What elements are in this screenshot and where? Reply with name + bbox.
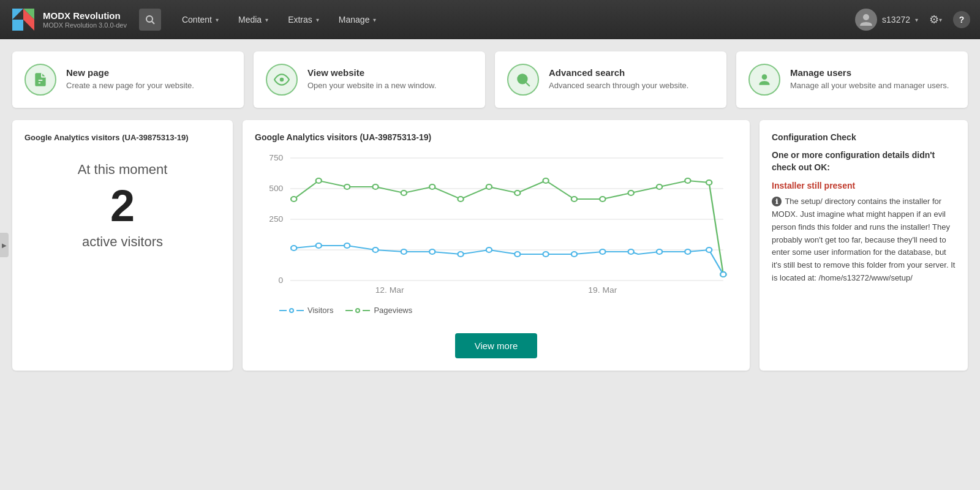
svg-point-56: [685, 249, 690, 254]
svg-point-10: [280, 78, 284, 82]
svg-point-48: [458, 252, 463, 257]
installer-alert: Installer still present: [772, 181, 956, 190]
user-arrow-icon: ▾: [915, 17, 918, 23]
svg-point-39: [685, 178, 690, 183]
active-visitors-label: active visitors: [24, 234, 221, 250]
svg-point-11: [518, 74, 527, 83]
svg-point-31: [458, 197, 463, 202]
action-advanced-search[interactable]: Advanced search Advanced search through …: [495, 51, 726, 108]
media-arrow-icon: ▾: [265, 17, 268, 23]
app-name: MODX Revolution: [43, 10, 127, 21]
content-arrow-icon: ▾: [216, 17, 219, 23]
svg-point-34: [543, 178, 548, 183]
svg-point-43: [316, 243, 322, 248]
sidebar-collapse-button[interactable]: ▶: [0, 233, 9, 257]
svg-point-45: [372, 247, 378, 252]
svg-text:19. Mar: 19. Mar: [588, 286, 617, 295]
view-website-text: View website Open your website in a new …: [307, 67, 436, 91]
config-check-panel: Configuration Check One or more configur…: [760, 120, 968, 371]
manage-users-title: Manage users: [790, 67, 949, 78]
avatar: [855, 9, 877, 31]
view-website-title: View website: [307, 67, 436, 78]
chart-legend: Visitors Pageviews: [255, 306, 737, 315]
svg-point-38: [657, 184, 662, 189]
nav-content[interactable]: Content ▾: [173, 10, 227, 29]
view-website-icon-wrap: [266, 64, 298, 96]
view-more-button[interactable]: View more: [455, 333, 538, 358]
visitors-legend: Visitors: [279, 306, 333, 315]
svg-point-35: [571, 197, 577, 202]
header-right: s13272 ▾ ⚙ ▾ ?: [855, 9, 970, 31]
help-button[interactable]: ?: [953, 11, 970, 28]
search-icon: [145, 15, 155, 24]
manage-users-text: Manage users Manage all your website and…: [790, 67, 949, 91]
svg-point-7: [863, 14, 869, 20]
pageviews-legend: Pageviews: [345, 306, 412, 315]
nav-media[interactable]: Media ▾: [230, 10, 277, 29]
svg-point-44: [344, 243, 350, 248]
analytics-svg: 750 500 250 0 12. Mar 19. Mar: [255, 152, 737, 299]
svg-point-55: [657, 249, 662, 254]
svg-point-27: [344, 184, 350, 189]
svg-point-57: [706, 247, 712, 252]
svg-point-50: [514, 252, 520, 257]
svg-point-46: [401, 249, 407, 254]
new-page-icon-wrap: [24, 64, 56, 96]
user-icon: [756, 72, 772, 88]
analytics-small-panel: Google Analytics visitors (UA-39875313-1…: [12, 120, 233, 371]
advanced-search-desc: Advanced search through your website.: [549, 80, 688, 91]
bottom-section: Google Analytics visitors (UA-39875313-1…: [12, 120, 968, 371]
svg-text:500: 500: [269, 184, 283, 193]
analytics-chart-panel: Google Analytics visitors (UA-39875313-1…: [243, 120, 750, 371]
manage-arrow-icon: ▾: [373, 17, 376, 23]
eye-icon: [274, 72, 290, 88]
advanced-search-icon-wrap: [507, 64, 539, 96]
nav-extras[interactable]: Extras ▾: [279, 10, 328, 29]
pageviews-legend-label: Pageviews: [374, 306, 412, 315]
new-page-desc: Create a new page for your website.: [66, 80, 194, 91]
action-manage-users[interactable]: Manage users Manage all your website and…: [736, 51, 968, 108]
user-menu[interactable]: s13272 ▾: [855, 9, 918, 31]
svg-point-54: [628, 249, 634, 254]
manage-users-icon-wrap: [748, 64, 780, 96]
svg-text:250: 250: [269, 215, 283, 224]
modx-logo-icon: [10, 6, 37, 33]
main-header: MODX Revolution MODX Revolution 3.0.0-de…: [0, 0, 980, 39]
svg-point-47: [429, 249, 435, 254]
svg-point-37: [628, 190, 634, 195]
logo-area: MODX Revolution MODX Revolution 3.0.0-de…: [10, 6, 127, 33]
svg-point-42: [291, 246, 296, 251]
svg-point-58: [720, 272, 726, 277]
svg-point-53: [600, 249, 605, 254]
svg-text:12. Mar: 12. Mar: [375, 286, 405, 295]
svg-point-26: [316, 178, 322, 183]
info-icon: ℹ: [772, 197, 782, 206]
main-nav: Content ▾ Media ▾ Extras ▾ Manage ▾: [173, 10, 848, 29]
svg-point-49: [486, 247, 492, 252]
svg-point-30: [429, 184, 435, 189]
settings-button[interactable]: ⚙ ▾: [923, 9, 948, 30]
action-new-page[interactable]: New page Create a new page for your webs…: [12, 51, 244, 108]
search-icon: [515, 72, 531, 88]
extras-arrow-icon: ▾: [316, 17, 319, 23]
new-page-text: New page Create a new page for your webs…: [66, 67, 194, 91]
global-search-button[interactable]: [139, 9, 161, 31]
nav-manage[interactable]: Manage ▾: [330, 10, 385, 29]
help-icon: ?: [959, 15, 965, 24]
config-warning-text: One or more configuration details didn't…: [772, 149, 956, 173]
installer-description: ℹ The setup/ directory contains the inst…: [772, 195, 956, 285]
svg-line-12: [526, 83, 530, 86]
app-version: MODX Revolution 3.0.0-dev: [43, 21, 127, 29]
svg-point-32: [486, 184, 492, 189]
settings-arrow-icon: ▾: [939, 17, 942, 23]
view-website-desc: Open your website in a new window.: [307, 80, 436, 91]
svg-point-40: [706, 180, 712, 185]
advanced-search-text: Advanced search Advanced search through …: [549, 67, 688, 91]
gear-icon: ⚙: [929, 13, 939, 26]
svg-point-52: [571, 252, 577, 257]
analytics-chart-title: Google Analytics visitors (UA-39875313-1…: [255, 132, 737, 142]
manage-users-desc: Manage all your website and manager user…: [790, 80, 949, 91]
action-view-website[interactable]: View website Open your website in a new …: [254, 51, 485, 108]
svg-line-6: [152, 21, 154, 24]
config-check-title: Configuration Check: [772, 132, 956, 142]
